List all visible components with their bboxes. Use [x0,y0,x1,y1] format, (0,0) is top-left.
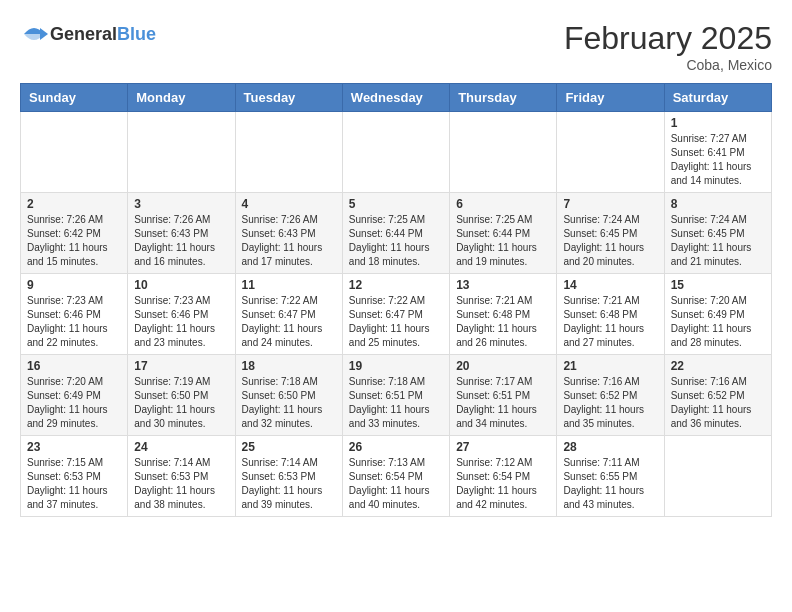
weekday-header-tuesday: Tuesday [235,84,342,112]
day-number: 21 [563,359,657,373]
calendar-cell: 22Sunrise: 7:16 AM Sunset: 6:52 PM Dayli… [664,355,771,436]
logo: GeneralBlue [20,20,156,48]
month-title: February 2025 [564,20,772,57]
page-header: GeneralBlue February 2025 Coba, Mexico [20,20,772,73]
calendar-cell: 20Sunrise: 7:17 AM Sunset: 6:51 PM Dayli… [450,355,557,436]
day-number: 8 [671,197,765,211]
calendar-cell: 7Sunrise: 7:24 AM Sunset: 6:45 PM Daylig… [557,193,664,274]
calendar: SundayMondayTuesdayWednesdayThursdayFrid… [20,83,772,517]
calendar-cell: 26Sunrise: 7:13 AM Sunset: 6:54 PM Dayli… [342,436,449,517]
day-number: 16 [27,359,121,373]
day-info: Sunrise: 7:23 AM Sunset: 6:46 PM Dayligh… [134,294,228,350]
calendar-cell: 23Sunrise: 7:15 AM Sunset: 6:53 PM Dayli… [21,436,128,517]
day-info: Sunrise: 7:16 AM Sunset: 6:52 PM Dayligh… [563,375,657,431]
calendar-week-2: 2Sunrise: 7:26 AM Sunset: 6:42 PM Daylig… [21,193,772,274]
calendar-cell: 24Sunrise: 7:14 AM Sunset: 6:53 PM Dayli… [128,436,235,517]
calendar-cell [664,436,771,517]
calendar-cell: 13Sunrise: 7:21 AM Sunset: 6:48 PM Dayli… [450,274,557,355]
day-number: 9 [27,278,121,292]
day-number: 14 [563,278,657,292]
calendar-cell: 17Sunrise: 7:19 AM Sunset: 6:50 PM Dayli… [128,355,235,436]
weekday-header-saturday: Saturday [664,84,771,112]
weekday-header-friday: Friday [557,84,664,112]
logo-icon [20,20,48,48]
day-info: Sunrise: 7:22 AM Sunset: 6:47 PM Dayligh… [242,294,336,350]
calendar-cell [21,112,128,193]
day-info: Sunrise: 7:23 AM Sunset: 6:46 PM Dayligh… [27,294,121,350]
day-number: 6 [456,197,550,211]
calendar-cell: 18Sunrise: 7:18 AM Sunset: 6:50 PM Dayli… [235,355,342,436]
location: Coba, Mexico [564,57,772,73]
day-info: Sunrise: 7:15 AM Sunset: 6:53 PM Dayligh… [27,456,121,512]
calendar-cell: 3Sunrise: 7:26 AM Sunset: 6:43 PM Daylig… [128,193,235,274]
day-number: 18 [242,359,336,373]
calendar-cell: 9Sunrise: 7:23 AM Sunset: 6:46 PM Daylig… [21,274,128,355]
day-number: 7 [563,197,657,211]
calendar-week-5: 23Sunrise: 7:15 AM Sunset: 6:53 PM Dayli… [21,436,772,517]
day-number: 11 [242,278,336,292]
svg-marker-1 [40,28,48,40]
day-number: 4 [242,197,336,211]
title-block: February 2025 Coba, Mexico [564,20,772,73]
day-info: Sunrise: 7:14 AM Sunset: 6:53 PM Dayligh… [242,456,336,512]
day-number: 26 [349,440,443,454]
day-number: 1 [671,116,765,130]
calendar-cell: 1Sunrise: 7:27 AM Sunset: 6:41 PM Daylig… [664,112,771,193]
weekday-header-wednesday: Wednesday [342,84,449,112]
day-info: Sunrise: 7:24 AM Sunset: 6:45 PM Dayligh… [563,213,657,269]
day-info: Sunrise: 7:16 AM Sunset: 6:52 PM Dayligh… [671,375,765,431]
day-number: 25 [242,440,336,454]
calendar-cell: 15Sunrise: 7:20 AM Sunset: 6:49 PM Dayli… [664,274,771,355]
calendar-cell [450,112,557,193]
calendar-cell [235,112,342,193]
day-number: 15 [671,278,765,292]
calendar-week-4: 16Sunrise: 7:20 AM Sunset: 6:49 PM Dayli… [21,355,772,436]
day-info: Sunrise: 7:26 AM Sunset: 6:43 PM Dayligh… [242,213,336,269]
day-info: Sunrise: 7:24 AM Sunset: 6:45 PM Dayligh… [671,213,765,269]
calendar-cell: 16Sunrise: 7:20 AM Sunset: 6:49 PM Dayli… [21,355,128,436]
day-info: Sunrise: 7:11 AM Sunset: 6:55 PM Dayligh… [563,456,657,512]
calendar-cell: 19Sunrise: 7:18 AM Sunset: 6:51 PM Dayli… [342,355,449,436]
day-info: Sunrise: 7:13 AM Sunset: 6:54 PM Dayligh… [349,456,443,512]
calendar-cell: 4Sunrise: 7:26 AM Sunset: 6:43 PM Daylig… [235,193,342,274]
day-info: Sunrise: 7:27 AM Sunset: 6:41 PM Dayligh… [671,132,765,188]
logo-general: General [50,24,117,44]
day-number: 28 [563,440,657,454]
calendar-cell: 28Sunrise: 7:11 AM Sunset: 6:55 PM Dayli… [557,436,664,517]
day-info: Sunrise: 7:25 AM Sunset: 6:44 PM Dayligh… [456,213,550,269]
day-number: 10 [134,278,228,292]
day-info: Sunrise: 7:14 AM Sunset: 6:53 PM Dayligh… [134,456,228,512]
calendar-cell: 5Sunrise: 7:25 AM Sunset: 6:44 PM Daylig… [342,193,449,274]
calendar-cell [128,112,235,193]
day-number: 3 [134,197,228,211]
day-number: 20 [456,359,550,373]
calendar-cell: 12Sunrise: 7:22 AM Sunset: 6:47 PM Dayli… [342,274,449,355]
calendar-week-3: 9Sunrise: 7:23 AM Sunset: 6:46 PM Daylig… [21,274,772,355]
calendar-cell: 27Sunrise: 7:12 AM Sunset: 6:54 PM Dayli… [450,436,557,517]
day-number: 12 [349,278,443,292]
day-number: 24 [134,440,228,454]
day-info: Sunrise: 7:21 AM Sunset: 6:48 PM Dayligh… [563,294,657,350]
calendar-cell [342,112,449,193]
day-info: Sunrise: 7:26 AM Sunset: 6:42 PM Dayligh… [27,213,121,269]
day-info: Sunrise: 7:18 AM Sunset: 6:50 PM Dayligh… [242,375,336,431]
day-info: Sunrise: 7:21 AM Sunset: 6:48 PM Dayligh… [456,294,550,350]
day-info: Sunrise: 7:12 AM Sunset: 6:54 PM Dayligh… [456,456,550,512]
day-number: 23 [27,440,121,454]
logo-blue: Blue [117,24,156,44]
day-info: Sunrise: 7:20 AM Sunset: 6:49 PM Dayligh… [27,375,121,431]
weekday-header-monday: Monday [128,84,235,112]
day-number: 13 [456,278,550,292]
day-info: Sunrise: 7:20 AM Sunset: 6:49 PM Dayligh… [671,294,765,350]
calendar-cell: 2Sunrise: 7:26 AM Sunset: 6:42 PM Daylig… [21,193,128,274]
calendar-cell: 11Sunrise: 7:22 AM Sunset: 6:47 PM Dayli… [235,274,342,355]
calendar-cell: 21Sunrise: 7:16 AM Sunset: 6:52 PM Dayli… [557,355,664,436]
calendar-week-1: 1Sunrise: 7:27 AM Sunset: 6:41 PM Daylig… [21,112,772,193]
calendar-cell: 8Sunrise: 7:24 AM Sunset: 6:45 PM Daylig… [664,193,771,274]
calendar-cell: 10Sunrise: 7:23 AM Sunset: 6:46 PM Dayli… [128,274,235,355]
weekday-header-sunday: Sunday [21,84,128,112]
weekday-header-thursday: Thursday [450,84,557,112]
day-number: 22 [671,359,765,373]
calendar-cell: 14Sunrise: 7:21 AM Sunset: 6:48 PM Dayli… [557,274,664,355]
day-number: 2 [27,197,121,211]
